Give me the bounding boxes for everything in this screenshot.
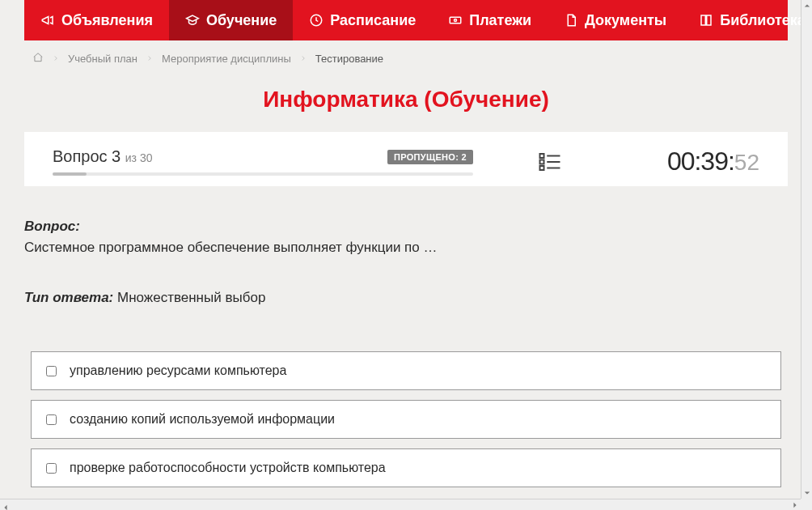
timer-main: 00:39: <box>667 147 734 176</box>
chevron-right-icon <box>146 53 154 65</box>
page-title: Информатика (Обучение) <box>24 87 788 113</box>
nav-label: Платежи <box>469 12 531 29</box>
timer: 00:39:52 <box>667 147 759 176</box>
svg-rect-1 <box>450 17 461 23</box>
graduation-cap-icon <box>185 13 200 28</box>
nav-label: Документы <box>585 12 666 29</box>
answer-text: проверке работоспособности устройств ком… <box>70 461 386 475</box>
answer-text: управлению ресурсами компьютера <box>70 363 286 378</box>
answer-checkbox[interactable] <box>46 463 57 474</box>
question-section: Вопрос: Системное программное обеспечени… <box>24 219 788 256</box>
answer-type-value: Множественный выбор <box>117 290 265 305</box>
question-counter: Вопрос 3 из 30 <box>53 147 153 166</box>
status-bar: Вопрос 3 из 30 ПРОПУЩЕНО: 2 <box>24 132 788 186</box>
answer-type-label: Тип ответа: <box>24 290 113 305</box>
breadcrumb: Учебный план Мероприятие дисциплины Тест… <box>24 40 788 77</box>
scrollbar-corner <box>801 499 812 510</box>
question-text: Системное программное обеспечение выполн… <box>24 240 788 256</box>
home-icon[interactable] <box>32 52 44 66</box>
svg-rect-3 <box>539 154 543 158</box>
svg-rect-5 <box>539 166 543 170</box>
scroll-right-icon[interactable] <box>789 499 801 510</box>
nav-label: Расписание <box>330 12 416 29</box>
question-total: 30 <box>140 151 153 164</box>
megaphone-icon <box>40 13 55 28</box>
skipped-badge: ПРОПУЩЕНО: 2 <box>387 150 473 164</box>
breadcrumb-link[interactable]: Мероприятие дисциплины <box>162 53 291 65</box>
vertical-scrollbar[interactable] <box>801 0 812 499</box>
answer-checkbox[interactable] <box>46 414 57 425</box>
nav-label: Обучение <box>206 12 277 29</box>
answer-option[interactable]: управлению ресурсами компьютера <box>31 351 781 390</box>
money-icon <box>448 13 463 28</box>
breadcrumb-current: Тестирование <box>315 53 383 65</box>
nav-item-schedule[interactable]: Расписание <box>293 0 432 40</box>
question-number: 3 <box>112 147 121 165</box>
timer-seconds: 52 <box>734 150 759 176</box>
of-label: из <box>125 151 137 164</box>
answer-type-row: Тип ответа: Множественный выбор <box>24 290 788 306</box>
progress-fill <box>53 172 87 176</box>
nav-label: Объявления <box>61 12 153 29</box>
horizontal-scrollbar[interactable] <box>0 499 801 510</box>
answer-checkbox[interactable] <box>46 366 57 376</box>
clock-icon <box>309 13 324 28</box>
nav-item-learning[interactable]: Обучение <box>169 0 293 40</box>
question-label: Вопрос: <box>24 219 788 235</box>
nav-item-library[interactable]: Библиотека <box>683 0 812 40</box>
answer-option[interactable]: проверке работоспособности устройств ком… <box>31 448 781 487</box>
book-icon <box>699 13 713 28</box>
question-list-icon[interactable] <box>538 150 562 174</box>
nav-item-documents[interactable]: Документы <box>548 0 683 40</box>
breadcrumb-link[interactable]: Учебный план <box>68 53 137 65</box>
scroll-down-icon[interactable] <box>801 487 812 499</box>
svg-point-2 <box>455 19 457 22</box>
progress-bar <box>53 172 473 176</box>
answers-list: управлению ресурсами компьютера созданию… <box>24 351 788 487</box>
chevron-right-icon <box>52 53 60 65</box>
chevron-right-icon <box>299 53 307 65</box>
document-icon <box>564 13 578 28</box>
nav-label: Библиотека <box>720 12 806 29</box>
answer-option[interactable]: созданию копий используемой информации <box>31 400 781 439</box>
scroll-left-icon[interactable] <box>0 502 11 510</box>
navbar: Объявления Обучение Расписание Платежи Д… <box>24 0 788 40</box>
answer-text: созданию копий используемой информации <box>70 412 335 427</box>
scroll-up-icon[interactable] <box>801 0 812 11</box>
nav-item-payments[interactable]: Платежи <box>432 0 548 40</box>
nav-item-announcements[interactable]: Объявления <box>24 0 169 40</box>
question-word: Вопрос <box>53 147 108 165</box>
svg-rect-4 <box>539 159 543 164</box>
